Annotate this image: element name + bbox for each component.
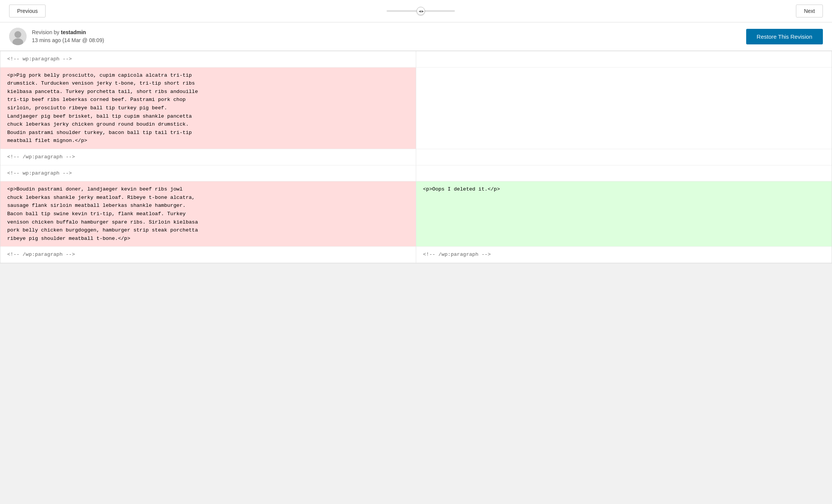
revision-prefix: Revision by <box>32 29 59 35</box>
diff-cell-left: <p>Boudin pastrami doner, landjaeger kev… <box>0 181 416 246</box>
diff-cell-right <box>416 149 832 165</box>
revision-author-line: Revision by testadmin <box>32 28 104 36</box>
slider-arrows-icon: ◄► <box>418 9 424 13</box>
slider-thumb[interactable]: ◄► <box>417 7 425 15</box>
diff-row: <p>Pig pork belly prosciutto, cupim capi… <box>0 68 832 149</box>
diff-cell-right: <!-- /wp:paragraph --> <box>416 247 832 263</box>
next-button-container: Next <box>796 5 823 17</box>
diff-cell-right <box>416 68 832 149</box>
top-bar: Previous ◄► Next <box>0 0 832 22</box>
revision-info: Revision by testadmin 13 mins ago (14 Ma… <box>32 28 104 44</box>
diff-row: <!-- /wp:paragraph --> <box>0 149 832 165</box>
revision-time-ago: 13 mins ago <box>32 37 61 43</box>
diff-cell-left: <p>Pig pork belly prosciutto, cupim capi… <box>0 68 416 149</box>
diff-cell-right: <p>Oops I deleted it.</p> <box>416 181 832 246</box>
diff-row: <!-- wp:paragraph --> <box>0 165 832 182</box>
diff-row: <p>Boudin pastrami doner, landjaeger kev… <box>0 181 832 247</box>
diff-rows-container: <!-- wp:paragraph --><p>Pig pork belly p… <box>0 51 832 263</box>
diff-cell-right <box>416 51 832 67</box>
revision-header: Revision by testadmin 13 mins ago (14 Ma… <box>0 22 832 51</box>
top-bar-nav: Previous <box>9 5 46 17</box>
diff-cell-left: <!-- wp:paragraph --> <box>0 51 416 67</box>
revision-meta: Revision by testadmin 13 mins ago (14 Ma… <box>9 28 104 45</box>
previous-button[interactable]: Previous <box>9 5 46 17</box>
revision-author: testadmin <box>61 29 86 35</box>
diff-row: <!-- /wp:paragraph --><!-- /wp:paragraph… <box>0 247 832 263</box>
diff-cell-right <box>416 165 832 181</box>
diff-cell-left: <!-- /wp:paragraph --> <box>0 149 416 165</box>
svg-point-1 <box>14 31 21 38</box>
revision-slider-container: ◄► <box>387 10 455 12</box>
diff-row: <!-- wp:paragraph --> <box>0 51 832 68</box>
avatar <box>9 28 27 45</box>
revision-time-line: 13 mins ago (14 Mar @ 08:09) <box>32 36 104 44</box>
slider-track: ◄► <box>387 10 455 12</box>
next-button[interactable]: Next <box>796 5 823 17</box>
revision-date: (14 Mar @ 08:09) <box>62 37 104 43</box>
diff-cell-left: <!-- wp:paragraph --> <box>0 165 416 181</box>
diff-cell-left: <!-- /wp:paragraph --> <box>0 247 416 263</box>
restore-revision-button[interactable]: Restore This Revision <box>746 29 823 44</box>
diff-content: <!-- wp:paragraph --><p>Pig pork belly p… <box>0 51 832 263</box>
